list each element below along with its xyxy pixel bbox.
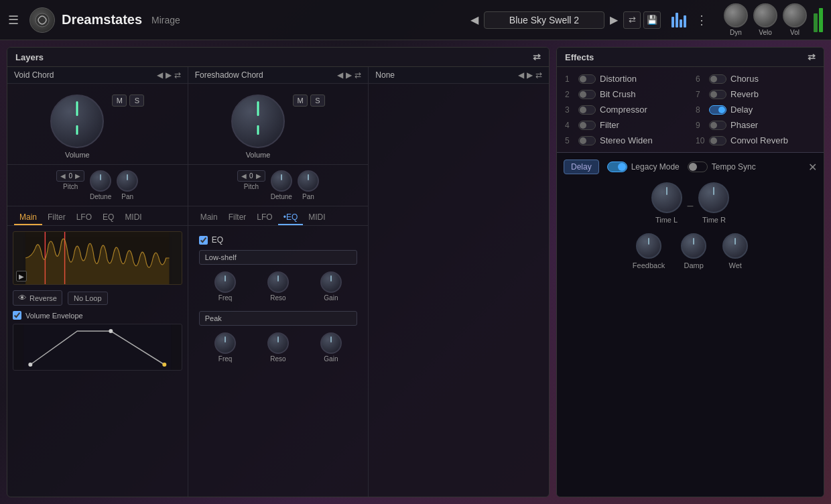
time-r-knob[interactable] bbox=[698, 182, 729, 213]
layer-3-name: None bbox=[375, 70, 395, 80]
effect-5-name[interactable]: Stereo Widen bbox=[600, 135, 653, 145]
layer-3-prev[interactable]: ◀ bbox=[518, 70, 524, 80]
waveform-play-button[interactable]: ▶ bbox=[16, 271, 27, 281]
pitch-inc-button[interactable]: ▶ bbox=[74, 172, 81, 180]
dyn-knob[interactable] bbox=[724, 3, 748, 27]
layer-3-next[interactable]: ▶ bbox=[527, 70, 533, 80]
effect-2-name[interactable]: Bit Crush bbox=[600, 89, 635, 99]
layer-1-tab-filter[interactable]: Filter bbox=[42, 210, 71, 225]
layer-1-tab-lfo[interactable]: LFO bbox=[71, 210, 97, 225]
delay-close-button[interactable]: ✕ bbox=[808, 161, 817, 174]
layer-2-tab-main[interactable]: Main bbox=[195, 210, 223, 225]
legacy-mode-toggle[interactable] bbox=[607, 162, 627, 172]
eq-band2-select[interactable]: Peak bbox=[199, 311, 358, 326]
layer-1-tab-midi[interactable]: MIDI bbox=[119, 210, 147, 225]
effect-2-toggle[interactable] bbox=[578, 90, 596, 99]
velo-knob-wrap: Velo bbox=[753, 3, 777, 36]
layer-1-tab-eq[interactable]: EQ bbox=[97, 210, 119, 225]
effect-3-name[interactable]: Compressor bbox=[600, 105, 647, 115]
reverse-toggle[interactable]: 👁 Reverse bbox=[13, 290, 62, 306]
layer-1-header: Void Chord ◀ ▶ ⇄ bbox=[7, 67, 188, 84]
layer-1-tab-main[interactable]: Main bbox=[14, 210, 42, 225]
tempo-sync-toggle[interactable] bbox=[688, 162, 708, 172]
preset-next-button[interactable]: ▶ bbox=[607, 12, 621, 27]
layer-2-tab-lfo[interactable]: LFO bbox=[251, 210, 277, 225]
effect-8-name[interactable]: Delay bbox=[730, 105, 753, 115]
layer-1-prev[interactable]: ◀ bbox=[157, 70, 163, 80]
effect-1-name[interactable]: Distortion bbox=[600, 74, 637, 84]
effect-3-toggle[interactable] bbox=[578, 105, 596, 115]
time-l-knob[interactable] bbox=[651, 182, 682, 213]
pitch2-inc-button[interactable]: ▶ bbox=[255, 172, 262, 180]
preset-prev-button[interactable]: ◀ bbox=[468, 12, 481, 27]
options-icon[interactable]: ⋮ bbox=[696, 13, 708, 27]
layer-1-solo-button[interactable]: S bbox=[129, 94, 144, 107]
layer-1-detune-knob[interactable] bbox=[90, 170, 111, 192]
layer-3-shuffle[interactable]: ⇄ bbox=[535, 70, 542, 80]
effect-1-toggle[interactable] bbox=[578, 74, 596, 84]
eq-band2-gain-knob[interactable] bbox=[320, 332, 342, 354]
pitch-dec-button[interactable]: ◀ bbox=[60, 172, 66, 180]
eq-band1-freq-knob[interactable] bbox=[214, 271, 236, 293]
menu-icon[interactable]: ☰ bbox=[8, 13, 19, 27]
layer-1-next[interactable]: ▶ bbox=[166, 70, 172, 80]
layer-2-detune-label: Detune bbox=[271, 193, 292, 200]
layer-1-mute-button[interactable]: M bbox=[112, 94, 127, 107]
layer-2-tab-filter[interactable]: Filter bbox=[223, 210, 252, 225]
effect-5-toggle[interactable] bbox=[578, 136, 596, 145]
layer-2-solo-button[interactable]: S bbox=[310, 94, 325, 107]
eq-band2-reso-knob[interactable] bbox=[267, 332, 289, 354]
layer-2-vol-knob[interactable] bbox=[231, 94, 285, 148]
feedback-knob[interactable] bbox=[636, 233, 661, 259]
layers-shuffle-icon[interactable]: ⇄ bbox=[533, 52, 541, 62]
preset-shuffle-icon[interactable]: ⇄ bbox=[623, 11, 641, 29]
delay-time-row: Time L – Time R bbox=[564, 182, 817, 224]
wet-knob[interactable] bbox=[722, 233, 748, 259]
preset-save-icon[interactable]: 💾 bbox=[643, 11, 661, 29]
legacy-mode-label: Legacy Mode bbox=[631, 162, 680, 172]
effect-9-dot bbox=[710, 122, 717, 129]
layer-1-pan-knob[interactable] bbox=[117, 170, 138, 192]
layer-2-tab-eq[interactable]: •EQ bbox=[278, 210, 304, 225]
effect-4-toggle[interactable] bbox=[578, 121, 596, 130]
meter-icon[interactable] bbox=[672, 13, 686, 27]
layer-2-tab-midi[interactable]: MIDI bbox=[303, 210, 330, 225]
effect-6-toggle[interactable] bbox=[709, 74, 726, 84]
top-knobs: Dyn Velo Vol bbox=[724, 3, 807, 36]
effect-9-toggle[interactable] bbox=[709, 121, 726, 130]
effects-shuffle-icon[interactable]: ⇄ bbox=[808, 52, 816, 62]
vol-knob[interactable] bbox=[783, 3, 807, 27]
layer-2-shuffle[interactable]: ⇄ bbox=[355, 70, 361, 80]
layer-2-pan-knob[interactable] bbox=[298, 170, 319, 192]
layer-1-pitch-stepper[interactable]: ◀ 0 ▶ bbox=[56, 170, 84, 182]
effect-7-name[interactable]: Reverb bbox=[730, 89, 759, 99]
effect-10-toggle[interactable] bbox=[709, 136, 726, 145]
delay-tab[interactable]: Delay bbox=[564, 160, 599, 174]
layer-2-detune-knob[interactable] bbox=[271, 170, 292, 192]
effect-7-toggle[interactable] bbox=[709, 90, 726, 99]
velo-knob[interactable] bbox=[753, 3, 777, 27]
layer-1-vol-knob[interactable] bbox=[50, 94, 104, 148]
layer-2-prev[interactable]: ◀ bbox=[337, 70, 343, 80]
layer-1-shuffle[interactable]: ⇄ bbox=[174, 70, 181, 80]
effect-10-name[interactable]: Convol Reverb bbox=[730, 135, 788, 145]
effect-4-name[interactable]: Filter bbox=[600, 120, 619, 130]
effect-6-name[interactable]: Chorus bbox=[730, 74, 759, 84]
loop-select[interactable]: No Loop bbox=[68, 292, 108, 305]
eq-band1-select[interactable]: Low-shelf bbox=[199, 250, 358, 265]
time-l-item: Time L bbox=[651, 182, 682, 224]
layer-2-mute-button[interactable]: M bbox=[293, 94, 308, 107]
vol-envelope-checkbox[interactable] bbox=[13, 311, 21, 320]
eq-enabled-checkbox[interactable] bbox=[199, 236, 208, 245]
pitch2-dec-button[interactable]: ◀ bbox=[241, 172, 247, 180]
layer-2-next[interactable]: ▶ bbox=[346, 70, 352, 80]
eq-band1-reso-knob[interactable] bbox=[267, 271, 289, 293]
eq-band1-gain-knob[interactable] bbox=[320, 271, 342, 293]
layer-1-params: ◀ 0 ▶ Pitch Detune Pan bbox=[7, 165, 188, 206]
preset-name[interactable]: Blue Sky Swell 2 bbox=[484, 11, 604, 29]
effect-8-toggle[interactable] bbox=[709, 105, 726, 115]
eq-band2-freq-knob[interactable] bbox=[214, 332, 236, 354]
damp-knob[interactable] bbox=[681, 233, 706, 259]
effect-9-name[interactable]: Phaser bbox=[730, 120, 758, 130]
layer-2-pitch-stepper[interactable]: ◀ 0 ▶ bbox=[237, 170, 265, 182]
